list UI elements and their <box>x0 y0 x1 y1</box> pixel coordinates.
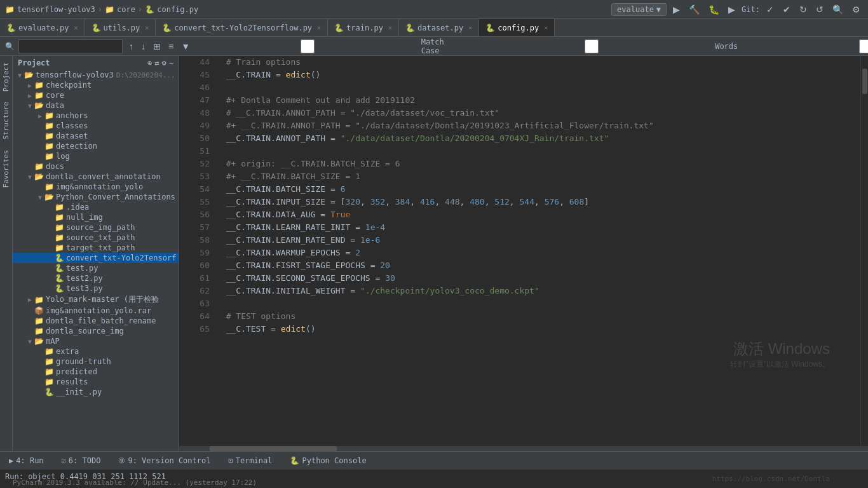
sidebar-sync-icon[interactable]: ⇄ <box>154 58 159 67</box>
match-case-checkbox[interactable] <box>196 39 419 53</box>
null-img-label: null_img <box>66 213 103 222</box>
tree-detection[interactable]: 📁 detection <box>13 141 179 151</box>
bottom-tab-todo[interactable]: ☑ 6: TODO <box>58 455 105 466</box>
regex-checkbox[interactable] <box>745 39 868 53</box>
search-options-icon[interactable]: ⊞ <box>151 40 163 53</box>
ground-truth-label: ground-truth <box>56 357 111 366</box>
tree-ground-truth[interactable]: 📁 ground-truth <box>13 356 179 367</box>
build-button[interactable]: 🔨 <box>686 3 702 16</box>
tree-init-py[interactable]: 🐍 __init_.py <box>13 387 179 397</box>
bottom-tab-version-control[interactable]: ⑨ 9: Version Control <box>114 455 214 466</box>
tab-close-train[interactable]: ✕ <box>388 24 392 31</box>
tree-anchors[interactable]: ▶ 📁 anchors <box>13 111 179 121</box>
tree-dataset[interactable]: 📁 dataset <box>13 131 179 141</box>
file-batch-icon: 📁 <box>34 316 44 325</box>
tree-log[interactable]: 📁 log <box>13 151 179 161</box>
debug-button[interactable]: 🐛 <box>706 3 722 16</box>
tab-dataset-py[interactable]: 🐍 dataset.py ✕ <box>399 19 479 37</box>
arrow-map: ▼ <box>25 338 34 345</box>
coverage-button[interactable]: ▶ <box>726 3 738 16</box>
tree-img-annotation[interactable]: 📁 img&annotation_yolo <box>13 182 179 192</box>
todo-icon: ☑ <box>62 456 66 465</box>
tree-test2-py[interactable]: 🐍 test2.py <box>13 273 179 283</box>
tree-predicted[interactable]: 📁 predicted <box>13 367 179 377</box>
sidebar-gear-icon[interactable]: ⚙ <box>162 58 166 67</box>
target-txt-icon: 📁 <box>55 243 64 252</box>
tab-utils-py[interactable]: 🐍 utils.py ✕ <box>85 19 156 37</box>
tree-test-py[interactable]: 🐍 test.py <box>13 263 179 273</box>
search-global-icon[interactable]: 🔍 <box>830 3 846 16</box>
tree-classes[interactable]: 📁 classes <box>13 121 179 131</box>
bottom-tab-run[interactable]: ▶ 4: Run <box>5 455 48 466</box>
code-line-50: 50 __C.TRAIN.ANNOT_PATH = "./data/datase… <box>186 132 859 145</box>
tree-target-txt[interactable]: 📁 target_txt_path <box>13 243 179 253</box>
vertical-scrollbar[interactable] <box>860 56 868 446</box>
match-case-option[interactable]: Match Case <box>196 37 463 55</box>
search-filter-icon[interactable]: ≡ <box>166 40 176 53</box>
idea-icon: 📁 <box>55 203 64 212</box>
log-folder-icon: 📁 <box>44 152 54 161</box>
run-button[interactable]: ▶ <box>670 3 682 16</box>
tree-root[interactable]: ▼ 📂 tensorflow-yolov3 D:\20200204... <box>13 70 179 80</box>
tree-test3-py[interactable]: 🐍 test3.py <box>13 283 179 294</box>
regex-option[interactable]: Regex <box>745 39 868 53</box>
tab-close-convert[interactable]: ✕ <box>317 24 321 31</box>
tree-source-img-root[interactable]: 📁 dontla_source_img <box>13 326 179 336</box>
tree-extra[interactable]: 📁 extra <box>13 346 179 356</box>
bottom-tab-terminal[interactable]: ⊡ Terminal <box>224 455 276 466</box>
tab-convert-py[interactable]: 🐍 convert_txt-Yolo2Tensorflow.py ✕ <box>156 19 328 37</box>
breadcrumb-folder: core <box>117 5 135 14</box>
settings-icon[interactable]: ⚙ <box>850 3 863 16</box>
tree-idea[interactable]: 📁 .idea <box>13 202 179 212</box>
words-checkbox[interactable] <box>471 39 712 53</box>
tab-close-config[interactable]: ✕ <box>544 24 548 31</box>
tree-null-img[interactable]: 📁 null_img <box>13 212 179 222</box>
search-input[interactable] <box>18 39 123 53</box>
tab-evaluate-py[interactable]: 🐍 evaluate.py ✕ <box>0 19 85 37</box>
tree-yolo-mark[interactable]: ▶ 📁 Yolo_mark-master (用于检验 <box>13 294 179 306</box>
tree-docs[interactable]: 📁 docs <box>13 161 179 172</box>
tab-close-evaluate[interactable]: ✕ <box>74 24 78 31</box>
tree-source-img[interactable]: 📁 source_img_path <box>13 222 179 233</box>
search-funnel-icon[interactable]: ▼ <box>179 40 193 53</box>
tree-map[interactable]: ▼ 📂 mAP <box>13 336 179 346</box>
vtab-favorites[interactable]: Favorites <box>1 146 11 192</box>
vtab-project[interactable]: Project <box>1 58 11 95</box>
bottom-tab-python-console[interactable]: 🐍 Python Console <box>286 455 370 466</box>
dontla-convert-icon: 📂 <box>34 172 44 181</box>
tab-close-dataset[interactable]: ✕ <box>468 24 472 31</box>
tree-checkpoint[interactable]: ▶ 📁 checkpoint <box>13 80 179 90</box>
tab-train-py[interactable]: 🐍 train.py ✕ <box>328 19 399 37</box>
words-option[interactable]: Words <box>471 39 738 53</box>
tree-data[interactable]: ▼ 📂 data <box>13 100 179 111</box>
tree-file-batch[interactable]: 📁 dontla_file_batch_rename <box>13 316 179 326</box>
search-next-icon[interactable]: ↓ <box>139 40 148 53</box>
code-view[interactable]: 44 # Train options 45 __C.TRAIN = edict(… <box>179 56 868 446</box>
tree-convert-file[interactable]: 🐍 convert_txt-Yolo2Tensorf <box>13 253 179 263</box>
sidebar-add-icon[interactable]: ⊕ <box>147 58 152 67</box>
sidebar-collapse-icon[interactable]: − <box>169 58 173 67</box>
tree-results[interactable]: 📁 results <box>13 377 179 387</box>
tab-config-py[interactable]: 🐍 config.py ✕ <box>479 19 555 37</box>
run-config-selector[interactable]: evaluate ▼ <box>611 3 667 16</box>
git-check-icon[interactable]: ✓ <box>764 3 776 16</box>
scrollbar-thumb[interactable] <box>862 69 867 94</box>
hscroll-thumb[interactable] <box>210 446 337 451</box>
tab-close-utils[interactable]: ✕ <box>145 24 149 31</box>
git-revert-icon[interactable]: ↺ <box>813 3 826 16</box>
horizontal-scrollbar[interactable] <box>179 446 868 451</box>
tab-icon-evaluate: 🐍 <box>6 24 16 32</box>
tree-source-txt[interactable]: 📁 source_txt_path <box>13 233 179 243</box>
init-py-label: __init_.py <box>56 388 102 396</box>
tree-dontla-convert[interactable]: ▼ 📂 dontla_convert_annotation <box>13 172 179 182</box>
search-prev-icon[interactable]: ↑ <box>126 40 136 53</box>
git-checkmark-icon[interactable]: ✔ <box>780 3 793 16</box>
git-update-icon[interactable]: ↻ <box>797 3 810 16</box>
bottom-tab-vc-label: 9: Version Control <box>128 456 210 465</box>
tree-python-convert[interactable]: ▼ 📂 Python_Convert_Annotations <box>13 192 179 202</box>
tree-img-rar[interactable]: 📦 img&annotation_yolo.rar <box>13 306 179 316</box>
vtab-structure[interactable]: Structure <box>1 98 11 144</box>
detection-label: detection <box>56 142 97 151</box>
code-line-63: 63 <box>186 297 859 310</box>
tree-core[interactable]: ▶ 📁 core <box>13 90 179 100</box>
